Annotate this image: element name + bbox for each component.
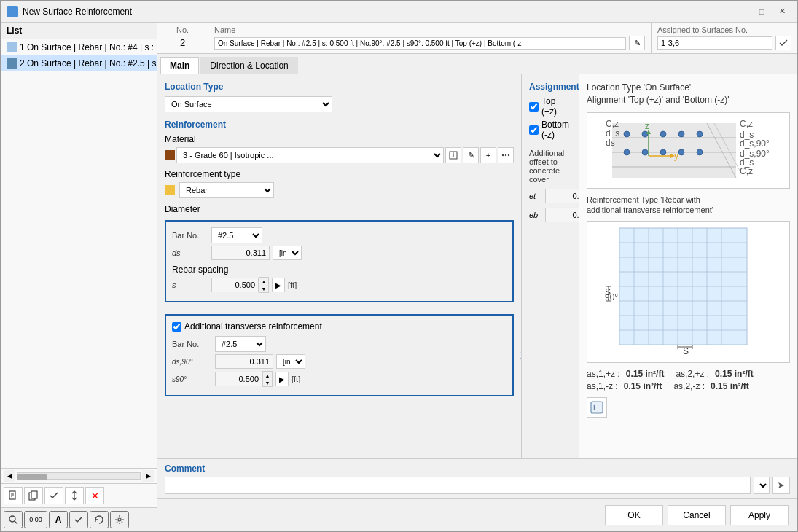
spacing-label-row: Rebar spacing [172,265,506,275]
diameter-box: Bar No. #2.5#2#3#4#5 ds [in] [165,220,514,302]
transverse-checkbox-label[interactable]: Additional transverse reinforcement [172,321,506,332]
info-icon-button[interactable]: i [587,397,607,418]
et-row: et ▲ ▼ ▶ [in] [529,188,579,204]
t-ds-unit-select[interactable]: [in] [276,354,305,369]
s-spin-up[interactable]: ▲ [259,278,268,285]
bar-no-select[interactable]: #2.5#2#3#4#5 [211,227,262,243]
offset-label: Additional offset to concrete cover [529,149,571,184]
et-input[interactable] [545,189,579,203]
transverse-section: Additional transverse reinforcement Bar … [165,311,514,399]
et-spinner: ▲ ▼ [545,188,579,204]
reinf-type-label-2: additional transverse reinforcement' [587,206,713,214]
t-s-unit: [ft] [292,375,300,383]
item-color-swatch-2 [7,58,17,69]
comment-action-btn[interactable] [772,477,790,494]
svg-point-31 [624,149,630,155]
minimize-button[interactable]: ─ [732,4,751,19]
svg-point-13 [502,154,504,156]
location-type-select[interactable]: On Surface In Surface [165,96,332,112]
reinforcement-title: Reinforcement [165,120,514,130]
s-input[interactable] [211,278,259,292]
s-arrow-btn[interactable]: ▶ [272,278,285,292]
as1zm-value: 0.15 in²/ft [624,381,662,391]
reinf-type-label-row: Reinforcement type [165,169,514,179]
no-value: 2 [180,37,185,48]
list-item-label: 1 On Surface | Rebar | No.: #4 | s : 0.5… [20,42,157,52]
material-edit-btn[interactable]: ✎ [463,147,479,163]
alignment-diagram: y z C,z d_s d_s,90° d_s,90° d_s C,z C,z … [587,112,790,189]
arrows-button[interactable] [65,487,84,504]
list-item-selected[interactable]: 2 On Surface | Rebar | No.: #2.5 | s : 0… [1,55,157,71]
t-s-arrow-btn[interactable]: ▶ [275,372,289,386]
title-bar: New Surface Reinforcement ─ □ ✕ [1,1,797,23]
close-button[interactable]: ✕ [772,4,791,19]
material-add-btn[interactable]: + [480,147,496,163]
bottom-checkbox[interactable] [529,125,539,135]
check-button[interactable] [44,487,63,504]
copy-item-button[interactable] [24,487,43,504]
formula-section: as,1,+z : 0.15 in²/ft as,2,+z : 0.15 in²… [587,369,790,391]
tab-main[interactable]: Main [160,57,199,74]
ds-label: ds [172,249,208,257]
material-info-btn[interactable] [445,147,461,163]
reinf-type-label-1: Reinforcement Type 'Rebar with [587,195,700,204]
ds-input[interactable] [211,246,270,260]
edit-name-button[interactable]: ✎ [629,36,645,50]
apply-button[interactable]: Apply [730,505,789,525]
cancel-button[interactable]: Cancel [668,505,726,525]
header-area: No. 2 Name ✎ Assigned to Surfaces No. [157,23,797,54]
t-s-input[interactable] [215,372,262,386]
ds-unit-select[interactable]: [in] [273,246,302,260]
material-select[interactable]: 3 - Grade 60 | Isotropic ... [176,147,444,163]
bottom-check-row: Bottom (-z) [529,120,571,140]
svg-point-7 [9,516,15,522]
s-spinner: ▲ ▼ [211,277,269,293]
scroll-track[interactable] [17,472,141,480]
reinf-type-text: Reinforcement Type 'Rebar with additiona… [587,195,790,215]
spacing-section: Rebar spacing s ▲ ▼ [172,265,506,293]
as1zm-label: as,1,-z : [587,381,618,391]
material-extra-btn[interactable] [498,147,514,163]
form-right: Assignment Top (+z) Bottom (-z) Addition… [522,74,579,458]
list-item[interactable]: 1 On Surface | Rebar | No.: #4 | s : 0.5… [1,39,157,55]
svg-point-14 [505,154,506,156]
edit-assigned-button[interactable] [775,36,791,50]
refresh-icon-btn[interactable] [90,511,109,528]
font-icon-btn[interactable]: A [49,511,68,528]
t-bar-no-select[interactable]: #2.5#2#3 [215,336,266,352]
gear-icon-btn[interactable] [110,511,129,528]
check-icon-btn[interactable] [69,511,88,528]
comment-label: Comment [165,463,790,474]
transverse-label: Additional transverse reinforcement [184,321,322,332]
transverse-checkbox[interactable] [172,322,181,332]
assigned-input[interactable] [657,36,772,50]
eb-input[interactable] [545,208,579,222]
tab-direction-location[interactable]: Direction & Location [200,57,297,74]
top-checkbox[interactable] [529,102,539,112]
comment-input[interactable] [165,477,751,494]
s-spin-down[interactable]: ▼ [259,285,268,292]
t-s-spin-down[interactable]: ▼ [263,379,272,386]
t-s-label: s90° [172,375,212,383]
comment-area: Comment [157,458,797,498]
as2zm-label: as,2,-z : [673,381,705,391]
rebar-type-select[interactable]: Rebar Wire mesh [179,182,274,198]
info-panel: Location Type 'On Surface' Alignment 'To… [579,74,797,458]
scroll-left-btn[interactable]: ◀ [4,470,15,482]
info-title-1: Location Type 'On Surface' Alignment 'To… [587,82,790,106]
search-icon-btn[interactable] [4,511,23,528]
delete-item-button[interactable]: ✕ [85,487,104,504]
new-item-button[interactable] [4,487,23,504]
list-items: 1 On Surface | Rebar | No.: #4 | s : 0.5… [1,39,157,468]
comment-dropdown[interactable] [754,477,770,494]
name-input[interactable] [214,37,626,50]
t-ds-input[interactable] [215,354,273,369]
t-s-spin-up[interactable]: ▲ [263,372,272,379]
item-color-swatch [7,42,17,52]
svg-text:d_s: d_s [606,128,619,138]
diameter-label-row: Diameter [165,204,514,214]
ok-button[interactable]: OK [605,505,663,525]
scroll-right-btn[interactable]: ▶ [142,470,154,482]
value-display[interactable]: 0.00 [24,511,47,528]
maximize-button[interactable]: □ [752,4,771,19]
